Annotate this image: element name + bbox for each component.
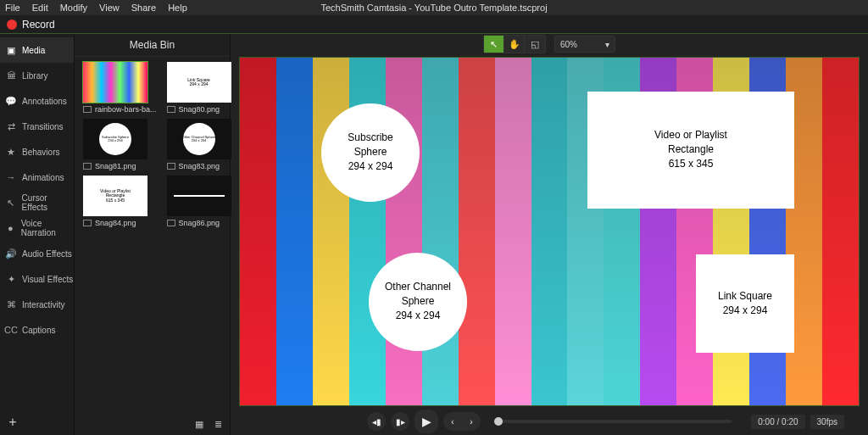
media-item-name: Snag84.png xyxy=(95,219,136,227)
scrubber[interactable] xyxy=(494,420,732,423)
sidebar-item-captions[interactable]: CCCaptions xyxy=(0,317,74,343)
crop-tool-button[interactable]: ◱ xyxy=(525,36,545,53)
sidebar-item-visual-effects[interactable]: ✦Visual Effects xyxy=(0,266,74,292)
image-icon xyxy=(83,106,92,113)
sidebar-item-label: Media xyxy=(22,46,45,55)
captions-icon: CC xyxy=(5,324,17,336)
sidebar-item-label: Transitions xyxy=(22,122,64,131)
media-bin-grid: rainbow-bars-ba... Link Square 294 x 294… xyxy=(75,57,230,234)
thumbnail-rainbow[interactable] xyxy=(83,62,147,103)
pan-tool-button[interactable]: ✋ xyxy=(504,36,525,53)
media-item[interactable]: Link Square 294 x 294 Snag80.png xyxy=(162,60,236,117)
thumbnail[interactable] xyxy=(167,176,231,216)
sidebar-item-label: Behaviors xyxy=(22,148,59,157)
transitions-icon: ⇄ xyxy=(5,120,17,132)
thumbnail[interactable]: Subscribe Sphere 294 x 294 xyxy=(83,119,147,159)
media-bin-title: Media Bin xyxy=(75,34,230,57)
audio-icon: 🔊 xyxy=(5,248,17,259)
add-button[interactable]: + xyxy=(5,415,20,430)
media-icon: ▣ xyxy=(5,44,17,56)
sidebar-item-label: Annotations xyxy=(22,97,67,106)
media-bin-panel: Media Bin rainbow-bars-ba... Link Square… xyxy=(75,34,231,435)
step-next-button[interactable]: › xyxy=(462,412,481,431)
sidebar-item-audio-effects[interactable]: 🔊Audio Effects xyxy=(0,241,74,266)
prev-frame-button[interactable]: ◂▮ xyxy=(367,412,386,431)
thumbnail-text: Other Channel Sphere 294 x 294 xyxy=(183,123,215,155)
fps-display[interactable]: 30fps xyxy=(810,415,844,429)
menu-help[interactable]: Help xyxy=(168,3,187,13)
image-icon xyxy=(83,220,92,226)
sidebar-item-behaviors[interactable]: ★Behaviors xyxy=(0,139,74,165)
interactivity-icon: ⌘ xyxy=(5,298,17,310)
image-icon xyxy=(167,106,175,113)
sidebar-item-label: Cursor Effects xyxy=(22,193,74,212)
thumbnail[interactable]: Other Channel Sphere 294 x 294 xyxy=(167,119,231,159)
behaviors-icon: ★ xyxy=(5,146,17,158)
media-item[interactable]: rainbow-bars-ba... xyxy=(78,60,162,117)
image-icon xyxy=(167,220,175,226)
media-item-name: Snag81.png xyxy=(95,162,136,170)
media-item[interactable]: Other Channel Sphere 294 x 294 Snag83.pn… xyxy=(162,117,236,174)
record-icon[interactable] xyxy=(7,20,17,30)
thumbnail-text: Subscribe Sphere 294 x 294 xyxy=(99,123,131,155)
menu-file[interactable]: File xyxy=(5,3,20,13)
menu-modify[interactable]: Modify xyxy=(60,3,87,13)
menu-view[interactable]: View xyxy=(99,3,120,13)
sidebar-item-label: Animations xyxy=(22,173,64,182)
sidebar-item-label: Library xyxy=(22,71,48,81)
sidebar-item-media[interactable]: ▣Media xyxy=(0,37,74,63)
step-prev-button[interactable]: ‹ xyxy=(443,412,462,431)
media-item-name: Snag83.png xyxy=(179,162,220,170)
media-item-name: rainbow-bars-ba... xyxy=(95,105,157,114)
placeholder-label: Video or Playlist Rectangle 615 x 345 xyxy=(654,128,727,170)
transport-bar: ◂▮ ▮▸ ▶ ‹ › 0:00 / 0:20 30fps xyxy=(231,408,868,435)
chevron-down-icon: ▾ xyxy=(605,40,609,49)
image-icon xyxy=(83,163,92,170)
sidebar-item-library[interactable]: 🏛Library xyxy=(0,63,74,88)
image-icon xyxy=(167,163,175,170)
zoom-dropdown[interactable]: 60%▾ xyxy=(554,36,615,53)
sidebar-item-label: Audio Effects xyxy=(22,249,72,259)
placeholder-link-square[interactable]: Link Square 294 x 294 xyxy=(696,254,794,353)
tool-sidebar: ▣Media 🏛Library 💬Annotations ⇄Transition… xyxy=(0,34,75,435)
placeholder-subscribe-sphere[interactable]: Subscribe Sphere 294 x 294 xyxy=(321,103,420,202)
sidebar-item-transitions[interactable]: ⇄Transitions xyxy=(0,114,74,139)
placeholder-label: Subscribe Sphere 294 x 294 xyxy=(348,131,392,173)
sidebar-item-interactivity[interactable]: ⌘Interactivity xyxy=(0,292,74,317)
media-item[interactable]: Video or Playlist Rectangle 615 x 345 Sn… xyxy=(78,174,162,231)
mic-icon: ● xyxy=(5,222,16,234)
placeholder-other-channel-sphere[interactable]: Other Channel Sphere 294 x 294 xyxy=(369,253,467,351)
thumbnail-text: Link Square 294 x 294 xyxy=(187,78,210,87)
menu-share[interactable]: Share xyxy=(131,3,156,13)
menu-edit[interactable]: Edit xyxy=(32,3,48,13)
sidebar-item-label: Voice Narration xyxy=(21,219,74,237)
preview-canvas[interactable]: Subscribe Sphere 294 x 294 Other Channel… xyxy=(239,57,860,406)
animations-icon: → xyxy=(5,171,17,183)
scrubber-handle[interactable] xyxy=(494,417,503,426)
bin-list-view-button[interactable]: ≣ xyxy=(211,418,225,430)
record-button[interactable]: Record xyxy=(22,19,55,31)
media-item[interactable]: Snag86.png xyxy=(162,174,236,231)
menu-bar: File Edit Modify View Share Help xyxy=(0,0,868,15)
cursor-icon: ↖ xyxy=(5,197,17,209)
thumbnail[interactable]: Video or Playlist Rectangle 615 x 345 xyxy=(83,176,147,216)
sidebar-item-label: Interactivity xyxy=(22,300,65,310)
sidebar-item-voice-narration[interactable]: ●Voice Narration xyxy=(0,215,74,241)
sidebar-item-label: Visual Effects xyxy=(22,275,73,284)
bin-grid-view-button[interactable]: ▦ xyxy=(192,418,206,430)
placeholder-label: Link Square 294 x 294 xyxy=(718,289,772,318)
play-button[interactable]: ▶ xyxy=(415,410,438,433)
media-item[interactable]: Subscribe Sphere 294 x 294 Snag81.png xyxy=(78,117,162,174)
sidebar-item-label: Captions xyxy=(22,326,55,335)
placeholder-video-playlist-rect[interactable]: Video or Playlist Rectangle 615 x 345 xyxy=(587,92,794,209)
canvas-toolbar: ↖ ✋ ◱ 60%▾ xyxy=(231,34,868,54)
canvas-area: ↖ ✋ ◱ 60%▾ Subscribe Sphere 294 x 294 Ot… xyxy=(231,34,868,435)
zoom-value: 60% xyxy=(560,40,577,49)
record-bar: Record xyxy=(0,15,868,34)
thumbnail[interactable]: Link Square 294 x 294 xyxy=(167,62,231,103)
step-back-button[interactable]: ▮▸ xyxy=(391,412,409,431)
sidebar-item-cursor-effects[interactable]: ↖Cursor Effects xyxy=(0,190,74,215)
sidebar-item-annotations[interactable]: 💬Annotations xyxy=(0,88,74,114)
sidebar-item-animations[interactable]: →Animations xyxy=(0,165,74,190)
select-tool-button[interactable]: ↖ xyxy=(484,36,504,53)
